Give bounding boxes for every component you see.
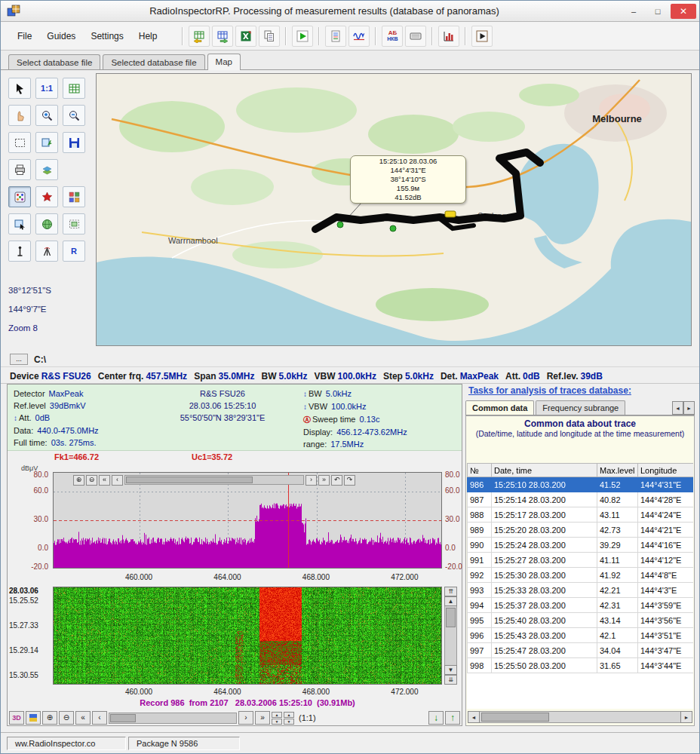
go-last-record-button[interactable]: ↑ xyxy=(445,711,460,725)
3d-view-button[interactable]: 3D xyxy=(9,711,24,725)
copy-button[interactable] xyxy=(259,26,280,47)
plot-step-left-button[interactable]: ‹ xyxy=(112,475,123,486)
menu-help[interactable]: Help xyxy=(133,28,164,44)
table-scroll-thumb[interactable] xyxy=(481,713,549,722)
map-image[interactable]: Melbourne Warrnambool Geelong xyxy=(97,74,691,345)
table-row[interactable]: 99715:25:47 28.03.20034.04144°3'47"E xyxy=(468,643,694,658)
tab-select-database-file[interactable]: Select database file xyxy=(8,54,100,69)
vehicle-marker[interactable] xyxy=(445,211,456,217)
palette-button[interactable] xyxy=(26,711,41,725)
plot-zoom-in-button[interactable]: ⊕ xyxy=(73,475,84,486)
table-row[interactable]: 99515:25:40 28.03.20043.14144°3'56"E xyxy=(468,613,694,628)
record-scrollbar[interactable] xyxy=(109,713,237,724)
region-select-button[interactable] xyxy=(63,213,85,234)
column-header-max-level[interactable]: Max.level xyxy=(597,464,638,477)
waterfall-canvas[interactable] xyxy=(54,587,441,684)
table-row[interactable]: 99815:25:50 28.03.20031.65144°3'44"E xyxy=(468,658,694,673)
table-row[interactable]: 98915:25:20 28.03.20042.73144°4'21"E xyxy=(468,523,694,538)
plot-step-right-button[interactable]: › xyxy=(305,475,317,486)
wf-zoom-out-button[interactable]: ⊖ xyxy=(59,711,74,725)
table-row[interactable]: 98615:25:10 28.03.20041.52144°4'31"E xyxy=(468,477,694,492)
waterfall-scroll-down-button[interactable]: ▼ xyxy=(444,665,457,675)
ab-nkv-button[interactable]: АБ НКВ xyxy=(382,26,403,47)
record-page-back-button[interactable]: « xyxy=(75,711,91,725)
scale-spin-down-button[interactable]: ▼ xyxy=(284,719,294,725)
export-map-button[interactable] xyxy=(35,132,58,153)
menu-file[interactable]: File xyxy=(11,28,38,44)
table-row[interactable]: 99115:25:27 28.03.20041.11144°4'12"E xyxy=(468,553,694,568)
plot-zoom-out-button[interactable]: ⊖ xyxy=(86,475,97,486)
tab-scroll-right-button[interactable]: ► xyxy=(683,401,695,415)
import-from-db-button[interactable] xyxy=(212,26,233,47)
record-step-back-button[interactable]: ‹ xyxy=(92,711,107,725)
r-mode-button[interactable]: R xyxy=(63,241,85,262)
waterfall-plot[interactable] xyxy=(53,587,442,685)
map-select-button[interactable] xyxy=(8,213,31,234)
play-records-button[interactable] xyxy=(292,26,313,47)
waterfall-scroll-track[interactable] xyxy=(444,606,457,665)
scale-spin-up-button[interactable]: ▲ xyxy=(284,712,294,718)
table-row[interactable]: 99315:25:33 28.03.20042.21144°4'3"E xyxy=(468,583,694,598)
histogram-button[interactable] xyxy=(438,26,459,47)
table-row[interactable]: 98715:25:14 28.03.20040.82144°4'28"E xyxy=(468,492,694,507)
plot-page-right-button[interactable]: » xyxy=(318,475,330,486)
plot-redo-zoom-button[interactable]: ↷ xyxy=(344,475,355,486)
export-to-db-button[interactable] xyxy=(189,26,210,47)
menu-settings[interactable]: Settings xyxy=(84,28,129,44)
map-view[interactable]: Melbourne Warrnambool Geelong 15:25:10 2… xyxy=(96,73,692,346)
map-colors-button[interactable] xyxy=(63,186,85,207)
table-row[interactable]: 99415:25:37 28.03.20042.31144°3'59"E xyxy=(468,598,694,613)
grid-view-button[interactable] xyxy=(63,78,85,99)
waterfall-scroll-up-button[interactable]: ▲ xyxy=(444,596,457,606)
show-track-points-button[interactable] xyxy=(8,186,31,207)
run-task-button[interactable] xyxy=(471,26,493,47)
print-button[interactable] xyxy=(8,159,31,180)
report-button[interactable] xyxy=(325,26,346,47)
table-scroll-left-button[interactable]: ◄ xyxy=(468,711,480,723)
table-row[interactable]: 99615:25:43 28.03.20042.1144°3'51"E xyxy=(468,628,694,643)
column-header-longitude[interactable]: Longitude xyxy=(638,464,694,477)
record-step-forward-button[interactable]: › xyxy=(238,711,253,725)
close-button[interactable]: ✕ xyxy=(671,4,696,19)
antenna-mast-button[interactable] xyxy=(35,241,58,262)
table-row[interactable]: 98815:25:17 28.03.20043.11144°4'24"E xyxy=(468,507,694,523)
spectrum-canvas[interactable] xyxy=(54,473,441,568)
select-area-button[interactable] xyxy=(8,132,31,153)
signal-analysis-button[interactable] xyxy=(348,26,370,47)
minimize-button[interactable]: – xyxy=(622,4,645,19)
export-to-excel-button[interactable] xyxy=(235,26,256,47)
waterfall-scroll-thumb[interactable] xyxy=(446,608,456,627)
maximize-button[interactable]: □ xyxy=(646,4,669,19)
plot-undo-zoom-button[interactable]: ↶ xyxy=(331,475,342,486)
plot-page-left-button[interactable]: « xyxy=(99,475,110,486)
browse-button[interactable]: ... xyxy=(10,354,28,365)
globe-button[interactable] xyxy=(35,213,58,234)
table-scroll-right-button[interactable]: ► xyxy=(680,711,692,723)
zoom-out-tool-button[interactable] xyxy=(63,105,85,126)
waterfall-scroll-down-fast-button[interactable]: ⇊ xyxy=(444,675,457,685)
waterfall-scroll-up-fast-button[interactable]: ⇈ xyxy=(444,587,457,596)
table-scroll-track[interactable] xyxy=(480,711,680,723)
column-header-[interactable]: № xyxy=(468,464,492,477)
column-header-date-time[interactable]: Date, time xyxy=(492,464,597,477)
tab-map[interactable]: Map xyxy=(207,54,241,70)
spectrum-plot[interactable]: ⊕ ⊖ « ‹ › » ↶ ↷ xyxy=(53,472,442,569)
tab-common-data[interactable]: Common data xyxy=(465,400,534,415)
antenna-point-button[interactable] xyxy=(8,241,31,262)
table-row[interactable]: 99015:25:24 28.03.20039.29144°4'16"E xyxy=(468,538,694,553)
plot-scrollbar[interactable] xyxy=(124,475,304,485)
keyboard-button[interactable] xyxy=(405,26,426,47)
tab-frequency-subrange[interactable]: Frequency subrange xyxy=(536,400,625,415)
record-spin-down-button[interactable]: ▼ xyxy=(272,719,282,725)
pointer-tool-button[interactable] xyxy=(8,78,31,99)
tab-selected-database-file[interactable]: Selected database file xyxy=(103,54,204,69)
record-scrollbar-thumb[interactable] xyxy=(110,714,136,722)
pan-hand-button[interactable] xyxy=(8,105,31,126)
scale-1-1-button[interactable]: 1:1 xyxy=(35,78,58,99)
menu-guides[interactable]: Guides xyxy=(41,28,81,44)
marker-flag-button[interactable] xyxy=(35,186,58,207)
plot-scrollbar-thumb[interactable] xyxy=(126,477,253,483)
zoom-in-tool-button[interactable] xyxy=(35,105,58,126)
tab-scroll-left-button[interactable]: ◄ xyxy=(672,401,683,415)
table-row[interactable]: 99215:25:30 28.03.20041.92144°4'8"E xyxy=(468,568,694,583)
